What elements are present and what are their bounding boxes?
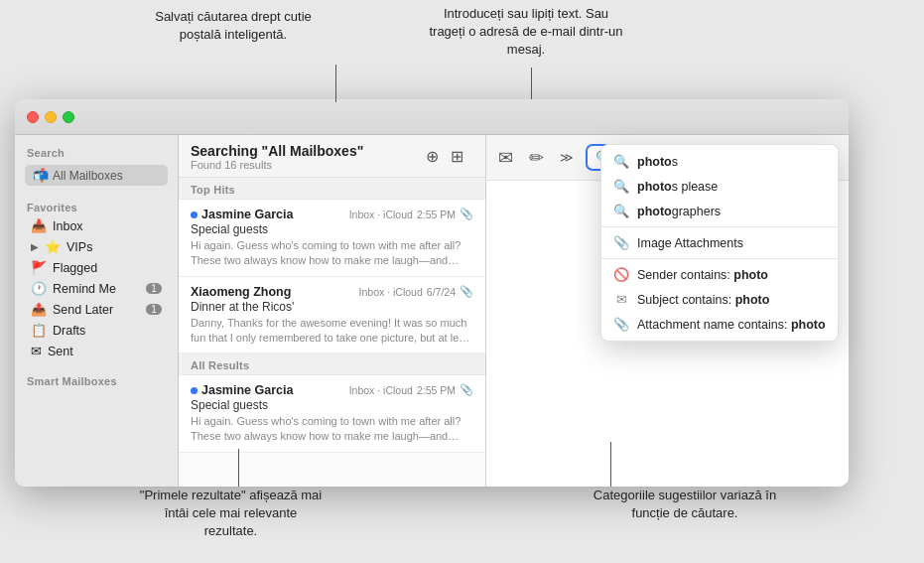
email-sender-0: Jasmine Garcia [191,208,293,221]
suggestion-subject-contains[interactable]: ✉ Subject contains: photo [601,287,838,312]
vips-chevron-icon: ▶ [31,241,39,252]
suggestion-text-2: photographers [637,205,721,218]
callout-line-top-right [531,68,532,99]
suggestion-photos[interactable]: 🔍 photos [601,149,838,174]
traffic-lights [27,111,74,123]
flagged-label: Flagged [53,261,97,275]
sidebar-item-send-later[interactable]: 📤 Send Later 1 [19,299,174,320]
sidebar-search-label: Search [15,143,178,161]
close-button[interactable] [27,111,39,123]
suggestion-photographers[interactable]: 🔍 photographers [601,199,838,223]
inbox-label: Inbox [53,219,83,233]
callout-bottom-left: "Primele rezultate" afișează mai întâi c… [139,487,323,541]
minimize-button[interactable] [45,111,57,123]
envelope-button[interactable]: ✉ [494,145,517,171]
attachment-name-icon: 📎 [613,317,629,332]
callout-top-left: Salvați căutarea drept cutie poștală int… [154,8,313,44]
section-header-all-results: All Results [179,353,485,375]
remind-me-label: Remind Me [53,282,116,296]
drafts-label: Drafts [53,324,85,338]
suggestion-attachment-name[interactable]: 📎 Attachment name contains: photo [601,312,838,337]
callout-top-right: Introduceți sau lipiți text. Sau trageți… [427,5,625,60]
flagged-icon: 🚩 [31,260,47,275]
send-later-badge: 1 [146,304,162,315]
filter-button[interactable]: ⊞ [449,145,465,168]
callout-bottom-right: Categoriile sugestiilor variază în funcț… [586,487,784,522]
email-time-1: 6/7/24 [427,286,456,298]
all-mailboxes-label: All Mailboxes [53,169,123,183]
sidebar-item-sent[interactable]: ✉ Sent [19,341,174,361]
search-suggestion-icon-1: 🔍 [613,179,629,194]
suggestion-text-subject: Subject contains: photo [637,293,769,307]
sidebar-item-flagged[interactable]: 🚩 Flagged [19,257,174,278]
suggestion-divider-1 [601,226,838,227]
unread-indicator-2 [191,387,198,394]
more-button[interactable]: ≫ [556,148,578,167]
suggestion-text-0: photos [637,155,678,169]
email-preview-2: Hi again. Guess who's coming to town wit… [191,414,473,444]
drafts-icon: 📋 [31,323,47,338]
send-later-label: Send Later [53,303,113,317]
email-list-title: Searching "All Mailboxes" [191,143,363,159]
sidebar: Search 📬 All Mailboxes Favorites 📥 Inbox… [15,135,179,487]
remind-me-badge: 1 [146,283,162,294]
sidebar-item-drafts[interactable]: 📋 Drafts [19,320,174,341]
attachment-icon-1: 📎 [460,285,473,298]
email-subject-2: Special guests [191,398,473,412]
suggestion-text-1: photos please [637,180,718,194]
sidebar-search-area: 📬 All Mailboxes [15,161,178,190]
email-meta-2: Inbox · iCloud 2:55 PM 📎 [349,383,473,396]
email-item-1[interactable]: Xiaomeng Zhong Inbox · iCloud 6/7/24 📎 D… [179,277,485,354]
suggestion-text-sender: Sender contains: photo [637,268,768,282]
email-preview-1: Danny, Thanks for the awesome evening! I… [191,316,473,346]
search-suggestion-icon-2: 🔍 [613,204,629,218]
suggestion-divider-2 [601,258,838,259]
email-list-header: Searching "All Mailboxes" Found 16 resul… [179,135,485,178]
email-list-pane: Searching "All Mailboxes" Found 16 resul… [179,135,486,487]
email-item-2[interactable]: Jasmine Garcia Inbox · iCloud 2:55 PM 📎 … [179,375,485,453]
inbox-icon: 📥 [31,218,47,233]
attachment-suggestion-icon: 📎 [613,235,629,250]
suggestion-photos-please[interactable]: 🔍 photos please [601,174,838,199]
sender-contains-icon: 🚫 [613,267,629,282]
maximize-button[interactable] [63,111,74,123]
suggestion-image-attachments[interactable]: 📎 Image Attachments [601,230,838,255]
email-mailbox-0: Inbox · iCloud [349,209,413,220]
suggestion-text-image-attach: Image Attachments [637,236,743,250]
email-subject-0: Special guests [191,222,473,236]
sidebar-item-remind-me[interactable]: 🕐 Remind Me 1 [19,278,174,299]
attachment-icon-0: 📎 [460,208,473,220]
sent-icon: ✉ [31,344,42,358]
suggestion-text-attach-name: Attachment name contains: photo [637,318,826,332]
send-later-icon: 📤 [31,302,47,317]
email-item-0[interactable]: Jasmine Garcia Inbox · iCloud 2:55 PM 📎 … [179,200,485,277]
email-meta-1: Inbox · iCloud 6/7/24 📎 [359,285,473,298]
sidebar-item-inbox[interactable]: 📥 Inbox [19,215,174,236]
email-preview-0: Hi again. Guess who's coming to town wit… [191,238,473,268]
email-list-subtitle: Found 16 results [191,159,363,171]
callout-line-top-left [335,65,336,102]
vips-label: VIPs [66,240,92,254]
sidebar-item-vips[interactable]: ▶ ⭐ VIPs [19,236,174,257]
email-meta-0: Inbox · iCloud 2:55 PM 📎 [349,208,473,220]
email-sender-1: Xiaomeng Zhong [191,285,291,299]
search-suggestion-icon-0: 🔍 [613,154,629,169]
add-mailbox-button[interactable]: ⊕ [424,145,441,168]
sidebar-all-mailboxes[interactable]: 📬 All Mailboxes [25,165,168,186]
email-subject-1: Dinner at the Ricos' [191,300,473,314]
section-header-top-hits: Top Hits [179,178,485,200]
email-mailbox-2: Inbox · iCloud [349,384,413,396]
favorites-label: Favorites [15,198,178,215]
suggestion-sender-contains[interactable]: 🚫 Sender contains: photo [601,262,838,287]
email-sender-2: Jasmine Garcia [191,383,293,397]
suggestions-dropdown: 🔍 photos 🔍 photos please 🔍 photographers… [600,144,839,342]
email-time-0: 2:55 PM [417,209,456,220]
smart-mailboxes-label: Smart Mailboxes [15,371,178,389]
attachment-icon-2: 📎 [460,383,473,396]
remind-me-icon: 🕐 [31,281,47,296]
mailbox-icon: 📬 [33,168,49,183]
compose-button[interactable]: ✏ [525,145,548,171]
subject-contains-icon: ✉ [613,292,629,307]
vips-icon: ⭐ [45,239,61,254]
email-mailbox-1: Inbox · iCloud [359,286,423,298]
